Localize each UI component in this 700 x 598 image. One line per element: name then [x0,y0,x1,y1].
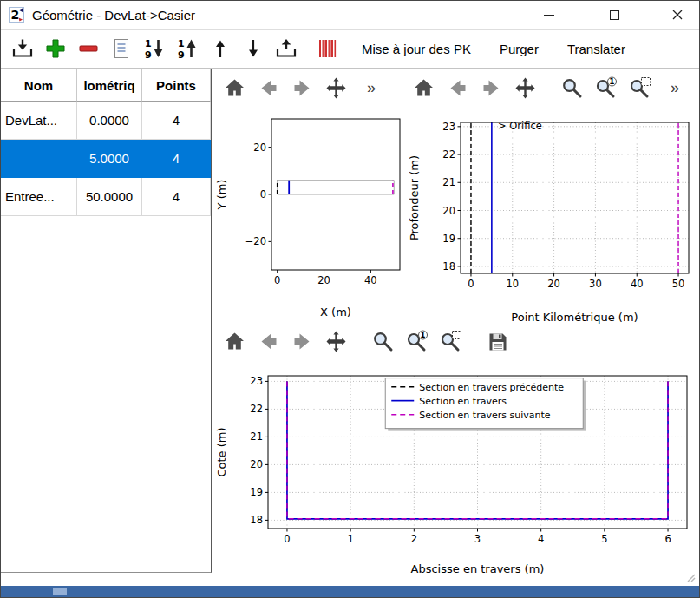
sort-descending-button[interactable]: 1 9 [140,35,168,63]
svg-text:18: 18 [442,260,455,273]
app-window: 2 Géométrie - DevLat->Casier [0,0,700,598]
plan-view-plot[interactable]: 02040−20020X (m)Y (m) [214,108,405,322]
home-button[interactable] [219,325,249,357]
svg-text:40: 40 [364,274,377,286]
svg-text:20: 20 [547,278,560,290]
move-down-button[interactable] [239,35,267,63]
pan-button[interactable] [321,72,350,103]
update-pk-button[interactable]: Mise à jour des PK [353,36,480,62]
svg-text:1: 1 [609,77,614,86]
svg-text:1: 1 [178,38,185,49]
document-icon [109,36,134,61]
svg-text:21: 21 [250,430,263,443]
cell-pk[interactable]: 0.0000 [77,102,142,140]
purge-button[interactable]: Purger [491,36,547,62]
taskbar-strip [1,586,699,597]
svg-text:19: 19 [250,486,263,498]
table-row[interactable]: DevLat... 0.0000 4 [1,102,211,140]
maximize-button[interactable] [594,2,634,28]
toolbar-overflow-chevron[interactable]: » [367,79,376,97]
svg-text:4: 4 [538,533,544,545]
svg-text:Section en travers précédente: Section en travers précédente [419,382,564,393]
cell-points[interactable]: 4 [142,178,211,216]
add-button[interactable] [41,35,69,63]
sort-descending-icon: 1 9 [142,36,167,61]
profile-view-plot[interactable]: 01020304050181920212223Point Kilométriqu… [407,108,700,327]
zoom-one-button[interactable]: 1 [591,72,620,103]
table-header: Nom lométriq Points [1,69,211,102]
table-row[interactable]: Entree... 50.0000 4 [1,178,211,216]
svg-text:> Orifice: > Orifice [498,120,542,132]
svg-text:1: 1 [347,533,353,545]
back-button[interactable] [253,325,283,357]
svg-text:21: 21 [442,176,455,188]
pk-stripes-button[interactable] [313,35,342,63]
svg-text:40: 40 [631,278,644,290]
save-icon [486,330,509,353]
cell-nom[interactable]: Entree... [1,178,77,216]
zoom-rect-icon [628,76,651,100]
zoom-button[interactable] [557,72,586,103]
back-icon [257,76,280,100]
svg-text:20: 20 [250,458,263,470]
plus-icon [43,36,68,61]
sort-ascending-button[interactable]: 1 9 [173,35,201,63]
back-button[interactable] [253,72,283,103]
pan-icon [324,76,348,100]
zoom-rect-button[interactable] [625,72,654,103]
cell-nom[interactable]: DevLat... [1,102,77,140]
cell-points[interactable]: 4 [142,102,211,140]
column-header-pk[interactable]: lométriq [77,69,142,102]
cell-pk[interactable]: 50.0000 [77,178,142,216]
export-icon [274,36,298,61]
svg-text:1: 1 [420,331,425,339]
close-icon [672,10,683,20]
taskbar-app-icon[interactable] [53,588,67,595]
translate-button[interactable]: Translater [559,36,634,62]
toolbar-overflow-chevron[interactable]: » [671,79,679,97]
column-header-points[interactable]: Points [142,69,211,102]
notes-button[interactable] [107,35,135,63]
cell-points[interactable]: 4 [142,140,211,178]
zoom-rect-button[interactable] [435,325,465,357]
pan-icon [324,330,348,353]
minus-icon [76,36,101,61]
column-header-nom[interactable]: Nom [1,69,77,102]
home-button[interactable] [219,72,249,103]
arrow-down-icon [241,36,265,61]
home-button[interactable] [409,72,438,103]
back-icon [257,330,280,353]
import-button[interactable] [8,35,36,63]
svg-text:20: 20 [317,274,330,286]
svg-text:Section en travers: Section en travers [419,396,507,407]
pan-button[interactable] [510,72,540,103]
forward-button[interactable] [287,72,317,103]
svg-text:18: 18 [250,514,263,526]
svg-text:0: 0 [274,274,280,286]
export-button[interactable] [271,35,300,63]
save-button[interactable] [482,325,512,357]
pan-button[interactable] [321,325,350,357]
home-icon [223,76,246,100]
cell-nom[interactable] [1,140,77,178]
svg-text:X (m): X (m) [320,306,351,319]
minimize-button[interactable] [529,2,569,28]
back-button[interactable] [442,72,472,103]
cross-section-plot[interactable]: 0123456181920212223Abscisse en travers (… [214,367,699,579]
close-button[interactable] [657,2,697,28]
svg-text:Cote (m): Cote (m) [215,427,228,476]
svg-text:2: 2 [11,8,20,22]
svg-text:Point Kilométrique (m): Point Kilométrique (m) [511,311,638,324]
forward-button[interactable] [287,325,317,357]
zoom-button[interactable] [368,325,397,357]
forward-icon [480,76,503,100]
forward-button[interactable] [476,72,506,103]
svg-text:10: 10 [506,278,519,290]
zoom-one-button[interactable]: 1 [402,325,431,357]
cell-pk[interactable]: 5.0000 [77,140,142,178]
move-up-button[interactable] [206,35,234,63]
remove-button[interactable] [74,35,102,63]
home-icon [223,330,246,353]
resize-grip[interactable] [684,571,697,583]
table-row-selected[interactable]: 5.0000 4 [1,140,211,178]
